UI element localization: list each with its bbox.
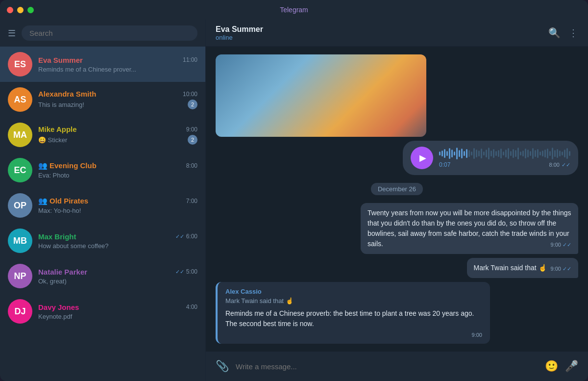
conversation-item-max-bright[interactable]: MBMax Bright✓✓ 6:00How about some coffee… — [0, 223, 205, 258]
avatar-old-pirates: OP — [8, 193, 32, 218]
image-message: Nearly missed this sunrise 7:00 — [216, 54, 426, 137]
conversation-item-mike-apple[interactable]: MAMike Apple9:00😀 Sticker2 — [0, 117, 205, 152]
voice-waveform — [439, 148, 570, 159]
waveform-bar — [439, 152, 441, 155]
badge-mike-apple: 2 — [188, 135, 197, 145]
reply-author: Alex Cassio — [225, 288, 482, 295]
search-input[interactable] — [22, 25, 197, 41]
conv-preview-old-pirates: Max: Yo-ho-ho! — [38, 207, 197, 214]
waveform-bar — [549, 151, 551, 156]
waveform-bar — [478, 151, 480, 156]
conversation-item-evening-club[interactable]: EC👥Evening Club8:00Eva: Photo — [0, 152, 205, 188]
attach-icon[interactable]: 📎 — [216, 360, 229, 373]
avatar-davy-jones: DJ — [8, 299, 32, 324]
waveform-bar — [451, 150, 453, 157]
waveform-bar — [456, 148, 458, 159]
waveform-bar — [544, 150, 546, 157]
waveform-bar — [468, 150, 470, 157]
waveform-bar — [569, 151, 570, 156]
waveform-bar — [520, 152, 521, 155]
conv-preview-evening-club: Eva: Photo — [38, 172, 197, 179]
conv-name-alexandra-smith: Alexandra Smith — [38, 90, 96, 98]
waveform-bar — [530, 151, 531, 156]
waveform-bar — [535, 150, 536, 157]
twain-message: Mark Twain said that ☝️ 9:00 ✓✓ — [467, 258, 579, 278]
waveform-bar — [552, 148, 553, 159]
voice-meta: 0:07 8:00 ✓✓ — [439, 148, 570, 168]
conv-name-eva-summer: Eva Summer — [38, 56, 83, 64]
minimize-button[interactable] — [17, 7, 24, 13]
voice-message: ▶ 0:07 8:00 ✓✓ — [403, 141, 578, 175]
conv-preview-natalie-parker: Ok, great) — [38, 278, 197, 285]
close-button[interactable] — [7, 7, 13, 13]
waveform-bar — [508, 148, 509, 159]
conv-preview-alexandra-smith: This is amazing! — [38, 101, 188, 108]
reply-text: Reminds me of a Chinese proverb: the bes… — [225, 308, 482, 329]
avatar-natalie-parker: NP — [8, 264, 32, 288]
more-options-icon[interactable]: ⋮ — [568, 27, 578, 39]
waveform-bar — [510, 151, 512, 156]
waveform-bar — [547, 149, 548, 158]
twain-time: 9:00 ✓✓ — [551, 265, 571, 273]
chat-header-info: Eva Summer online — [216, 25, 548, 41]
conversation-item-alexandra-smith[interactable]: ASAlexandra Smith10:00This is amazing!2 — [0, 82, 205, 117]
avatar-evening-club: EC — [8, 158, 32, 182]
conversation-item-natalie-parker[interactable]: NPNatalie Parker✓✓ 5:00Ok, great) — [0, 258, 205, 294]
play-button[interactable]: ▶ — [411, 147, 433, 169]
quote-text: Twenty years from now you will be more d… — [368, 209, 571, 248]
avatar-eva-summer: ES — [8, 52, 32, 76]
waveform-bar — [476, 150, 477, 157]
conv-preview-max-bright: How about some coffee? — [38, 242, 197, 250]
conversation-item-eva-summer[interactable]: ESEva Summer11:00Reminds me of a Chinese… — [0, 47, 205, 82]
waveform-bar — [559, 151, 561, 156]
waveform-bar — [461, 149, 463, 158]
search-chat-icon[interactable]: 🔍 — [548, 27, 561, 39]
waveform-bar — [483, 152, 485, 155]
conv-preview-davy-jones: Keynote.pdf — [38, 313, 197, 320]
conv-name-natalie-parker: Natalie Parker — [38, 268, 87, 276]
conv-name-mike-apple: Mike Apple — [38, 125, 77, 133]
conv-time-evening-club: 8:00 — [186, 162, 197, 169]
conversation-list: ESEva Summer11:00Reminds me of a Chinese… — [0, 47, 205, 381]
mic-icon[interactable]: 🎤 — [565, 360, 578, 373]
waveform-bar — [525, 149, 526, 158]
waveform-bar — [441, 151, 443, 156]
messages-area: Nearly missed this sunrise 7:00 ▶ 0:07 — [206, 47, 588, 352]
date-badge: December 26 — [371, 183, 423, 195]
conv-time-davy-jones: 4:00 — [186, 304, 197, 310]
conv-time-old-pirates: 7:00 — [186, 198, 197, 204]
waveform-bar — [481, 149, 482, 158]
waveform-bar — [566, 148, 568, 159]
conv-time-alexandra-smith: 10:00 — [183, 91, 197, 98]
waveform-bar — [464, 151, 465, 156]
menu-icon[interactable]: ☰ — [8, 28, 16, 39]
chat-area: Eva Summer online 🔍 ⋮ Nearly missed this… — [206, 20, 588, 381]
conv-name-max-bright: Max Bright — [38, 232, 76, 241]
waveform-bar — [446, 151, 448, 156]
date-divider: December 26 — [216, 183, 578, 195]
waveform-bar — [454, 152, 455, 155]
conversation-item-old-pirates[interactable]: OP👥Old Pirates7:00Max: Yo-ho-ho! — [0, 188, 205, 223]
reply-message: Alex Cassio Mark Twain said that ☝️ Remi… — [216, 282, 490, 344]
chat-contact-name: Eva Summer — [216, 25, 548, 34]
waveform-bar — [554, 150, 556, 157]
voice-duration: 0:07 — [439, 161, 450, 168]
waveform-bar — [564, 150, 565, 157]
sidebar-header: ☰ — [0, 20, 205, 47]
waveform-bar — [527, 150, 529, 157]
maximize-button[interactable] — [27, 7, 34, 13]
waveform-bar — [503, 152, 504, 155]
main-layout: ☰ ESEva Summer11:00Reminds me of a Chine… — [0, 20, 588, 381]
emoji-icon[interactable]: 🙂 — [545, 360, 558, 373]
conv-name-old-pirates: 👥Old Pirates — [38, 197, 88, 205]
voice-tick: ✓✓ — [562, 162, 570, 168]
waveform-bar — [557, 149, 558, 158]
waveform-bar — [562, 152, 563, 155]
conv-time-eva-summer: 11:00 — [183, 56, 197, 63]
conversation-item-davy-jones[interactable]: DJDavy Jones4:00Keynote.pdf — [0, 294, 205, 329]
waveform-bar — [459, 150, 460, 157]
image-placeholder: Nearly missed this sunrise 7:00 — [216, 54, 426, 137]
twain-text: Mark Twain said that ☝️ — [474, 264, 547, 272]
traffic-lights — [7, 7, 34, 13]
message-input[interactable] — [236, 362, 538, 371]
